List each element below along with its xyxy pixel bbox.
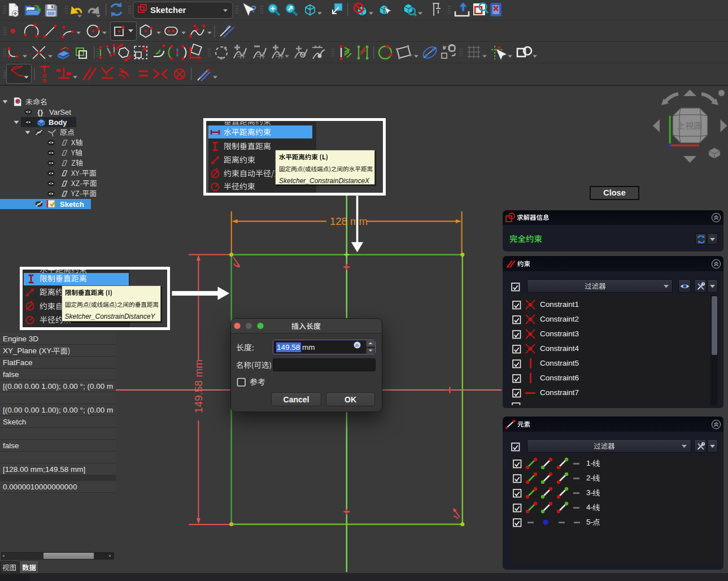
svg-text:149.58 mm: 149.58 mm [193,359,204,413]
svg-text:fx: fx [356,343,359,348]
